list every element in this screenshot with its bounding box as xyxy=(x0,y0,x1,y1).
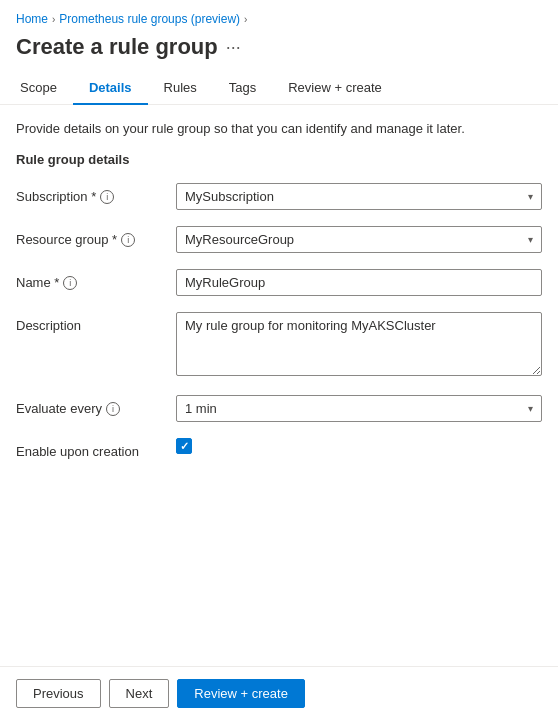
breadcrumb-home[interactable]: Home xyxy=(16,12,48,26)
more-options-icon[interactable]: ··· xyxy=(226,37,241,58)
evaluate-info-icon[interactable]: i xyxy=(106,402,120,416)
breadcrumb-prometheus[interactable]: Prometheus rule groups (preview) xyxy=(59,12,240,26)
tab-review-create[interactable]: Review + create xyxy=(272,72,398,105)
footer: Previous Next Review + create xyxy=(0,666,558,720)
evaluate-value: 1 min xyxy=(185,401,217,416)
description-control: My rule group for monitoring MyAKSCluste… xyxy=(176,312,542,379)
previous-button[interactable]: Previous xyxy=(16,679,101,708)
resource-group-info-icon[interactable]: i xyxy=(121,233,135,247)
tab-tags[interactable]: Tags xyxy=(213,72,272,105)
name-input[interactable] xyxy=(176,269,542,296)
tab-details[interactable]: Details xyxy=(73,72,148,105)
enable-checkbox-container: ✓ xyxy=(176,438,542,454)
name-control xyxy=(176,269,542,296)
name-label: Name * i xyxy=(16,269,176,290)
description-input[interactable]: My rule group for monitoring MyAKSCluste… xyxy=(176,312,542,376)
resource-group-dropdown[interactable]: MyResourceGroup ▾ xyxy=(176,226,542,253)
review-create-button[interactable]: Review + create xyxy=(177,679,305,708)
tab-bar: Scope Details Rules Tags Review + create xyxy=(0,72,558,105)
subscription-control: MySubscription ▾ xyxy=(176,183,542,210)
resource-group-value: MyResourceGroup xyxy=(185,232,294,247)
evaluate-dropdown[interactable]: 1 min ▾ xyxy=(176,395,542,422)
subscription-label: Subscription * i xyxy=(16,183,176,204)
tab-scope[interactable]: Scope xyxy=(16,72,73,105)
content-area: Provide details on your rule group so th… xyxy=(0,105,558,491)
evaluate-control: 1 min ▾ xyxy=(176,395,542,422)
resource-group-control: MyResourceGroup ▾ xyxy=(176,226,542,253)
name-info-icon[interactable]: i xyxy=(63,276,77,290)
subscription-value: MySubscription xyxy=(185,189,274,204)
breadcrumb-sep-2: › xyxy=(244,14,247,25)
evaluate-field: Evaluate every i 1 min ▾ xyxy=(16,395,542,422)
resource-group-dropdown-arrow: ▾ xyxy=(528,234,533,245)
evaluate-dropdown-arrow: ▾ xyxy=(528,403,533,414)
description-label: Description xyxy=(16,312,176,333)
tab-rules[interactable]: Rules xyxy=(148,72,213,105)
info-text: Provide details on your rule group so th… xyxy=(16,121,542,136)
subscription-info-icon[interactable]: i xyxy=(100,190,114,204)
resource-group-label: Resource group * i xyxy=(16,226,176,247)
resource-group-field: Resource group * i MyResourceGroup ▾ xyxy=(16,226,542,253)
enable-control: ✓ xyxy=(176,438,542,454)
name-field: Name * i xyxy=(16,269,542,296)
breadcrumb: Home › Prometheus rule groups (preview) … xyxy=(0,0,558,30)
section-title: Rule group details xyxy=(16,152,542,167)
enable-checkbox[interactable]: ✓ xyxy=(176,438,192,454)
subscription-dropdown-arrow: ▾ xyxy=(528,191,533,202)
subscription-field: Subscription * i MySubscription ▾ xyxy=(16,183,542,210)
page-header: Create a rule group ··· xyxy=(0,30,558,72)
evaluate-label: Evaluate every i xyxy=(16,395,176,416)
next-button[interactable]: Next xyxy=(109,679,170,708)
subscription-dropdown[interactable]: MySubscription ▾ xyxy=(176,183,542,210)
breadcrumb-sep-1: › xyxy=(52,14,55,25)
enable-label: Enable upon creation xyxy=(16,438,176,459)
page-title: Create a rule group xyxy=(16,34,218,60)
description-field: Description My rule group for monitoring… xyxy=(16,312,542,379)
checkbox-check-icon: ✓ xyxy=(180,440,189,453)
enable-field: Enable upon creation ✓ xyxy=(16,438,542,459)
